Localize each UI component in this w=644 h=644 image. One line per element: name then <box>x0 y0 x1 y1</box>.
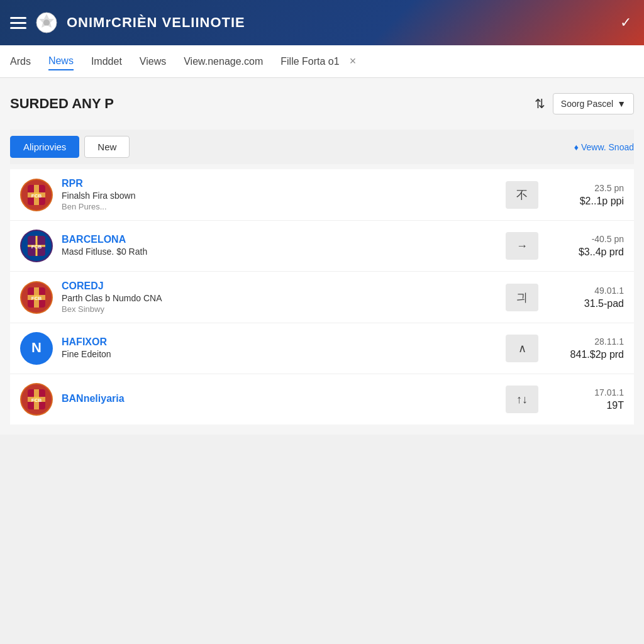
item-stats-rpr: 23.5 pn $2..1p ppi <box>548 183 624 207</box>
item-name-coredj: COREDJ <box>62 280 496 292</box>
tab-news[interactable]: News <box>48 53 74 70</box>
sort-icon[interactable]: ⇅ <box>535 96 545 111</box>
sort-dropdown[interactable]: Soorg Pascel ▼ <box>553 93 634 114</box>
item-info-barcelona: BARCELONA Masd Fitluse. $0 Rath <box>62 234 496 258</box>
item-stats-coredj: 49.01.1 31.5-pad <box>548 286 624 309</box>
tab-filleforta[interactable]: Fille Forta o1 <box>280 53 339 70</box>
item-sub-coredj: Parth Clas b Numdo CNA <box>62 293 496 303</box>
item-info-hafixor: HAFIXOR Fine Edeiton <box>62 336 496 360</box>
view-snoad-link[interactable]: ♦ Veww. Snoad <box>574 142 634 152</box>
item-name-barcelona: BARCELONA <box>62 234 496 245</box>
item-info-rpr: RPR Finalsh Fira sbown Ben Pures... <box>62 178 496 211</box>
filter-bar: Alipriovies New ♦ Veww. Snoad <box>10 130 634 164</box>
item-action-hafixor[interactable]: ∧ <box>506 335 538 362</box>
items-list: FCB RPR Finalsh Fira sbown Ben Pures... … <box>10 169 634 425</box>
tab-close-button[interactable]: × <box>350 55 357 68</box>
view-link-label: Veww. Snoad <box>581 142 634 152</box>
item-stat-bottom-rpr: $2..1p ppi <box>548 196 624 207</box>
item-stat-top-rpr: 23.5 pn <box>548 183 624 193</box>
tab-views[interactable]: Views <box>140 53 166 70</box>
tabs-bar: Ards News Imddet Views View.nenage.com F… <box>0 45 644 78</box>
item-sub-hafixor: Fine Edeiton <box>62 349 496 359</box>
item-info-coredj: COREDJ Parth Clas b Numdo CNA Bex Sinbwy <box>62 280 496 314</box>
item-name-rpr: RPR <box>62 178 496 189</box>
item-stat-bottom-hafixor: 841.$2p prd <box>548 349 624 360</box>
item-logo-rpr: FCB <box>20 179 53 211</box>
item-name-banneliyaria: BANneliyaria <box>62 393 496 404</box>
svg-text:FCB: FCB <box>31 397 42 403</box>
dropdown-arrow-icon: ▼ <box>617 99 626 109</box>
item-stat-bottom-barcelona: $3..4p prd <box>548 247 624 258</box>
filter-buttons: Alipriovies New <box>10 136 130 158</box>
page-header-right: ⇅ Soorg Pascel ▼ <box>535 93 634 114</box>
app-title: ONIMrCRIÈN VELIINOTIE <box>67 14 245 31</box>
hamburger-menu[interactable] <box>10 17 26 29</box>
tab-imddet[interactable]: Imddet <box>91 53 122 70</box>
item-stat-top-hafixor: 28.11.1 <box>548 336 624 347</box>
tab-ards[interactable]: Ards <box>10 53 31 70</box>
app-logo <box>35 11 58 34</box>
item-logo-hafixor: N <box>20 332 53 365</box>
list-item[interactable]: FCB BARCELONA Masd Fitluse. $0 Rath → -4… <box>10 221 634 272</box>
item-sub-rpr: Finalsh Fira sbown <box>62 191 496 201</box>
svg-text:FCB: FCB <box>31 296 42 301</box>
item-action-rpr[interactable]: 不 <box>506 181 538 209</box>
page-header: SURDED ANY P ⇅ Soorg Pascel ▼ <box>10 88 634 119</box>
item-name-hafixor: HAFIXOR <box>62 336 496 348</box>
list-item[interactable]: N HAFIXOR Fine Edeiton ∧ 28.11.1 841.$2p… <box>10 323 634 374</box>
view-link-icon: ♦ <box>574 142 579 152</box>
item-extra-coredj: Bex Sinbwy <box>62 304 496 314</box>
item-stat-bottom-banneliyaria: 19T <box>548 400 624 411</box>
item-action-coredj[interactable]: 긔 <box>506 284 538 311</box>
item-stat-top-banneliyaria: 17.01.1 <box>548 387 624 397</box>
main-content: SURDED ANY P ⇅ Soorg Pascel ▼ Alipriovie… <box>0 78 644 435</box>
page-title: SURDED ANY P <box>10 96 114 112</box>
tab-viewnenage[interactable]: View.nenage.com <box>184 53 263 70</box>
header-left: ONIMrCRIÈN VELIINOTIE <box>10 11 245 34</box>
item-stat-top-coredj: 49.01.1 <box>548 286 624 296</box>
item-stat-top-barcelona: -40.5 pn <box>548 234 624 244</box>
item-stats-barcelona: -40.5 pn $3..4p prd <box>548 234 624 258</box>
header-chevron-icon[interactable]: ✓ <box>620 14 631 31</box>
item-extra-rpr: Ben Pures... <box>62 202 496 211</box>
item-stats-banneliyaria: 17.01.1 19T <box>548 387 624 411</box>
svg-text:FCB: FCB <box>31 244 42 250</box>
item-logo-coredj: FCB <box>20 281 53 314</box>
list-item[interactable]: FCB RPR Finalsh Fira sbown Ben Pures... … <box>10 169 634 221</box>
svg-text:N: N <box>31 340 42 355</box>
sort-dropdown-label: Soorg Pascel <box>561 99 613 109</box>
item-logo-banneliyaria: FCB <box>20 383 53 416</box>
item-logo-barcelona: FCB <box>20 230 53 262</box>
item-sub-barcelona: Masd Fitluse. $0 Rath <box>62 247 496 257</box>
item-stats-hafixor: 28.11.1 841.$2p prd <box>548 336 624 360</box>
item-info-banneliyaria: BANneliyaria <box>62 393 496 406</box>
svg-text:FCB: FCB <box>31 193 42 199</box>
item-action-banneliyaria[interactable]: ↑↓ <box>506 386 538 413</box>
app-header: ONIMrCRIÈN VELIINOTIE ✓ <box>0 0 644 45</box>
item-stat-bottom-coredj: 31.5-pad <box>548 298 624 309</box>
list-item[interactable]: FCB COREDJ Parth Clas b Numdo CNA Bex Si… <box>10 272 634 323</box>
filter-new[interactable]: New <box>84 136 130 158</box>
svg-point-2 <box>43 19 50 26</box>
item-action-barcelona[interactable]: → <box>506 232 538 260</box>
list-item[interactable]: FCB BANneliyaria ↑↓ 17.01.1 19T <box>10 374 634 425</box>
filter-alipriovies[interactable]: Alipriovies <box>10 136 79 158</box>
